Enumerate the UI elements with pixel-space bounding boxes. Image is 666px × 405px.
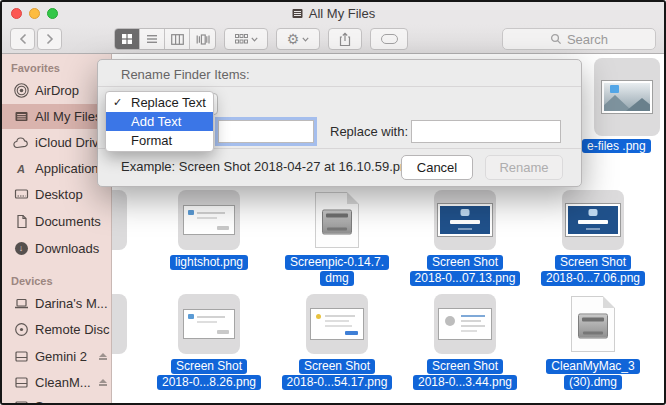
divider	[98, 86, 581, 87]
dmg-icon	[306, 190, 368, 250]
screenshot-thumbnail	[562, 190, 624, 250]
view-switcher	[114, 28, 216, 50]
menu-item-format[interactable]: Format	[106, 131, 213, 150]
find-input[interactable]	[218, 120, 314, 143]
screenshot-thumbnail	[178, 294, 240, 354]
sidebar-item-label: All My Files	[35, 109, 101, 124]
tag-icon	[381, 34, 398, 44]
sidebar-item-airdrop[interactable]: AirDrop	[2, 78, 111, 103]
checkmark-icon: ✓	[113, 96, 122, 109]
sidebar-item-label: Applications	[35, 161, 105, 176]
sidebar-item-darinas-mac[interactable]: Darina's M...	[2, 291, 111, 316]
sidebar-item-label: iCloud Drive	[35, 135, 106, 150]
forward-button[interactable]	[37, 28, 62, 50]
file-item-screenshot-344[interactable]: Screen Shot2018-0...3.44.png	[405, 294, 525, 390]
file-label: Screen Shot2018-0...3.44.png	[413, 359, 517, 390]
file-label: lightshot.png	[170, 255, 248, 270]
sidebar-item-label: Darina's M...	[35, 296, 108, 311]
rename-button[interactable]: Rename	[485, 155, 563, 180]
partial-file-item	[112, 190, 127, 250]
dialog-title: Rename Finder Items:	[121, 67, 250, 82]
sidebar-item-documents[interactable]: Documents	[2, 209, 111, 234]
action-menu-button[interactable]: ⚙	[276, 28, 320, 50]
sidebar-item-label: Gemini 2	[35, 349, 87, 364]
list-view-icon	[146, 33, 158, 45]
replace-with-label: Replace with:	[330, 124, 408, 139]
icon-view-button[interactable]	[115, 29, 140, 49]
back-button[interactable]	[10, 28, 35, 50]
screenshot-thumbnail	[306, 294, 368, 354]
sidebar-item-label: AirDrop	[35, 83, 79, 98]
list-view-button[interactable]	[140, 29, 165, 49]
sidebar-item-samsung[interactable]: Samsung	[2, 394, 111, 403]
file-item-lightshot[interactable]: lightshot.png	[149, 190, 269, 270]
favorites-header: Favorites	[11, 62, 60, 74]
sidebar-item-all-my-files[interactable]: All My Files	[2, 104, 111, 129]
screenshot-thumbnail	[434, 294, 496, 354]
sidebar-item-label: Documents	[35, 214, 101, 229]
share-icon	[338, 32, 352, 47]
sidebar-item-cleanm[interactable]: CleanM...	[2, 370, 111, 395]
sidebar: Favorites AirDrop All My Files iCloud Dr…	[2, 54, 112, 403]
coverflow-view-icon	[196, 34, 210, 45]
file-label: CleanMyMac_3(30).dmg	[546, 359, 639, 390]
replace-with-input[interactable]	[411, 120, 561, 143]
file-item-partial[interactable]	[594, 58, 660, 136]
file-item-cleanmymac-dmg[interactable]: CleanMyMac_3(30).dmg	[533, 294, 653, 390]
file-label: Screen Shot2018-0...54.17.png	[282, 359, 393, 390]
file-label: Screen Shot2018-0...07.13.png	[410, 255, 521, 286]
window-title-area: All My Files	[2, 2, 664, 24]
arrange-icon	[235, 34, 248, 45]
screenshot-thumbnail	[178, 190, 240, 250]
sidebar-item-label: Samsung	[35, 399, 90, 403]
downloads-icon: ↓	[13, 241, 29, 257]
eject-icon[interactable]	[99, 379, 107, 386]
file-item-screenshot-5417[interactable]: Screen Shot2018-0...54.17.png	[277, 294, 397, 390]
sidebar-item-icloud-drive[interactable]: iCloud Drive	[2, 130, 111, 155]
title-bar: All My Files	[2, 2, 664, 24]
external-drive-icon	[13, 399, 29, 404]
sidebar-item-desktop[interactable]: Desktop	[2, 182, 111, 207]
dmg-icon	[562, 294, 624, 354]
arrange-button[interactable]	[224, 28, 268, 50]
column-view-button[interactable]	[165, 29, 190, 49]
sidebar-item-label: CleanM...	[35, 375, 91, 390]
menu-item-label: Add Text	[131, 114, 181, 129]
toolbar: ⚙ Search	[2, 24, 664, 54]
cancel-button[interactable]: Cancel	[401, 155, 473, 180]
chevron-left-icon	[18, 32, 28, 46]
sidebar-item-remote-disc[interactable]: Remote Disc	[2, 317, 111, 342]
window-title: All My Files	[309, 6, 375, 21]
share-button[interactable]	[328, 28, 362, 50]
applications-icon: A	[13, 161, 29, 177]
all-my-files-icon	[13, 109, 29, 125]
documents-icon	[13, 214, 29, 230]
file-item-screenshot-826[interactable]: Screen Shot2018-0...8.26.png	[149, 294, 269, 390]
search-icon	[550, 33, 562, 45]
sidebar-item-label: Remote Disc	[35, 322, 109, 337]
menu-item-replace-text[interactable]: ✓ Replace Text	[106, 93, 213, 112]
desktop-icon	[13, 187, 29, 203]
file-label: e-files .png	[582, 136, 651, 154]
sidebar-item-applications[interactable]: A Applications	[2, 156, 111, 181]
airdrop-icon	[13, 83, 29, 99]
file-item-screenshot-706[interactable]: Screen Shot2018-0...7.06.png	[533, 190, 653, 286]
sidebar-item-downloads[interactable]: ↓ Downloads	[2, 236, 111, 261]
partial-file-item	[112, 294, 127, 354]
chevron-right-icon	[45, 32, 55, 46]
file-item-screenshot-0713[interactable]: Screen Shot2018-0...07.13.png	[405, 190, 525, 286]
file-item-screenpic-dmg[interactable]: Screenpic-0.14.7.dmg	[277, 190, 397, 286]
screenshot-thumbnail	[434, 190, 496, 250]
eject-icon[interactable]	[99, 353, 107, 360]
example-text: Example: Screen Shot 2018-04-27 at 16.10…	[121, 159, 414, 174]
menu-item-add-text[interactable]: Add Text	[106, 112, 213, 131]
tag-button[interactable]	[370, 28, 408, 50]
search-field[interactable]: Search	[502, 28, 656, 50]
menu-item-label: Format	[131, 133, 172, 148]
grid-view-icon	[121, 33, 133, 45]
disc-icon	[13, 322, 29, 338]
menu-item-label: Replace Text	[131, 95, 206, 110]
sidebar-item-gemini-2[interactable]: Gemini 2	[2, 344, 111, 369]
sidebar-item-label: Desktop	[35, 187, 83, 202]
coverflow-view-button[interactable]	[190, 29, 215, 49]
